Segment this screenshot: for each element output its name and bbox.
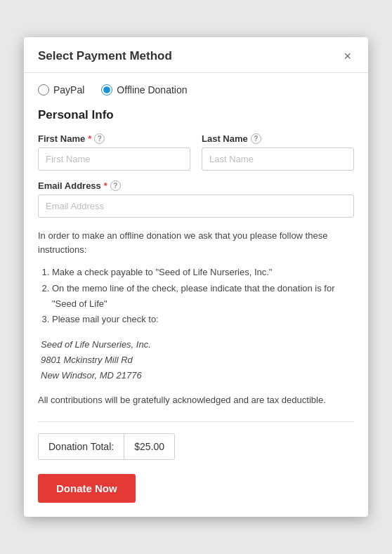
step-3: Please mail your check to: — [52, 312, 354, 327]
donation-total-value: $25.00 — [124, 434, 174, 459]
email-help-icon[interactable]: ? — [110, 180, 121, 191]
last-name-label: Last Name ? — [202, 133, 354, 144]
last-name-input[interactable] — [202, 147, 354, 171]
personal-info-title: Personal Info — [38, 108, 354, 122]
email-group: Email Address * ? — [38, 180, 354, 218]
modal-title: Select Payment Method — [38, 49, 172, 63]
instructions-list: Make a check payable to "Seed of Life Nu… — [52, 265, 354, 327]
paypal-label: PayPal — [53, 84, 84, 95]
modal-header: Select Payment Method × — [24, 37, 368, 73]
tax-note: All contributions will be gratefully ack… — [38, 393, 354, 407]
donation-total-row: Donation Total: $25.00 — [38, 433, 175, 460]
email-required: * — [104, 180, 107, 191]
offline-option[interactable]: Offline Donation — [101, 84, 187, 95]
address-line3: New Windsor, MD 21776 — [41, 368, 354, 383]
step-2: On the memo line of the check, please in… — [52, 281, 354, 312]
instructions-intro: In order to make an offline donation we … — [38, 229, 354, 256]
address-line1: Seed of Life Nurseries, Inc. — [41, 337, 354, 352]
offline-radio[interactable] — [101, 84, 112, 95]
paypal-option[interactable]: PayPal — [38, 84, 84, 95]
first-name-required: * — [88, 133, 91, 144]
payment-modal: Select Payment Method × PayPal Offline D… — [24, 37, 368, 516]
step-1: Make a check payable to "Seed of Life Nu… — [52, 265, 354, 280]
address-line2: 9801 Mckinstry Mill Rd — [41, 352, 354, 368]
payment-options: PayPal Offline Donation — [38, 84, 354, 95]
first-name-label: First Name * ? — [38, 133, 190, 144]
offline-label: Offline Donation — [117, 84, 187, 95]
email-label: Email Address * ? — [38, 180, 354, 191]
mailing-address: Seed of Life Nurseries, Inc. 9801 Mckins… — [38, 337, 354, 383]
modal-body: PayPal Offline Donation Personal Info Fi… — [24, 73, 368, 516]
last-name-help-icon[interactable]: ? — [251, 133, 261, 144]
email-row: Email Address * ? — [38, 180, 354, 218]
first-name-group: First Name * ? — [38, 133, 190, 171]
last-name-group: Last Name ? — [202, 133, 354, 171]
first-name-input[interactable] — [38, 147, 190, 171]
email-input[interactable] — [38, 194, 354, 218]
name-row: First Name * ? Last Name ? — [38, 133, 354, 171]
close-button[interactable]: × — [341, 48, 354, 64]
divider — [38, 421, 354, 422]
paypal-radio[interactable] — [38, 84, 49, 95]
donation-total-label: Donation Total: — [39, 434, 124, 459]
first-name-help-icon[interactable]: ? — [94, 133, 105, 144]
donate-now-button[interactable]: Donate Now — [38, 474, 136, 503]
